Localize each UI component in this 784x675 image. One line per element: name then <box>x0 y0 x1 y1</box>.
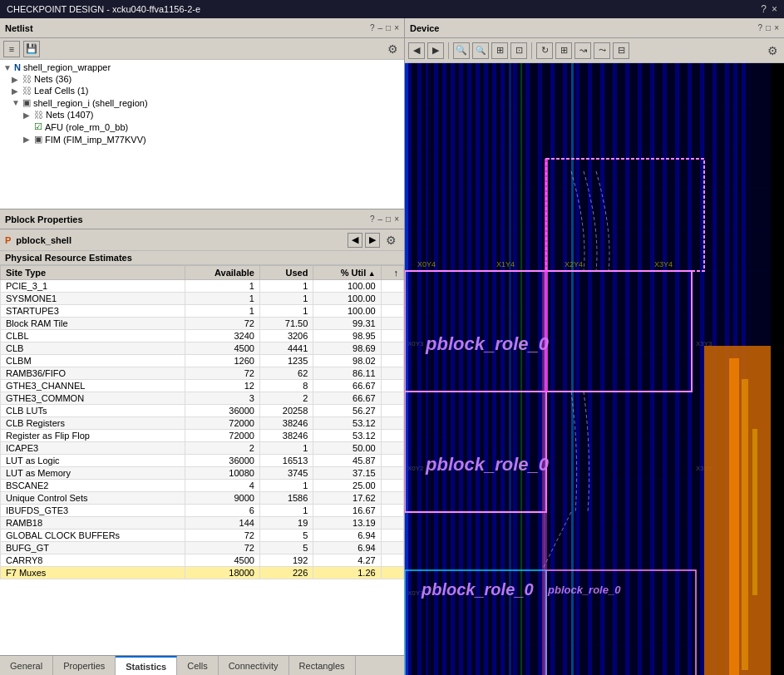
cell-util: 4.27 <box>313 554 381 567</box>
cell-site: ICAPE3 <box>1 442 185 455</box>
table-row[interactable]: LUT as Memory 10080 3745 37.15 <box>1 467 404 480</box>
table-row[interactable]: Unique Control Sets 9000 1586 17.62 <box>1 492 404 505</box>
table-row[interactable]: CLB Registers 72000 38246 53.12 <box>1 417 404 430</box>
pblock-close-btn[interactable]: × <box>394 214 399 224</box>
cell-available: 3 <box>185 392 259 405</box>
col-sort[interactable]: ↑ <box>381 266 403 280</box>
table-row[interactable]: CLB 4500 4441 98.69 <box>1 342 404 355</box>
tab-rectangles[interactable]: Rectangles <box>289 656 356 675</box>
table-row[interactable]: CLB LUTs 36000 20258 56.27 <box>1 405 404 417</box>
pblock-help-btn[interactable]: ? <box>370 214 375 224</box>
table-row[interactable]: IBUFDS_GTE3 6 1 16.67 <box>1 505 404 517</box>
route2-btn[interactable]: ⤳ <box>594 42 610 59</box>
tree-item-shell-region[interactable]: ▼ ▣ shell_region_i (shell_region) <box>0 96 404 109</box>
tree-label-nets-1407: Nets (1407) <box>46 110 93 120</box>
cell-extra <box>381 455 403 467</box>
cell-site: RAMB18 <box>1 517 185 530</box>
col-used[interactable]: Used <box>259 266 313 280</box>
device-max-btn[interactable]: □ <box>766 23 771 32</box>
save-btn[interactable]: 💾 <box>23 41 40 57</box>
tree-item-leaf[interactable]: ▶ ⛓ Leaf Cells (1) <box>0 85 404 96</box>
close-btn[interactable]: × <box>772 3 777 15</box>
tree-item-shell-wrapper[interactable]: ▼ N shell_region_wrapper <box>0 62 404 73</box>
table-row[interactable]: ICAPE3 2 1 50.00 <box>1 442 404 455</box>
col-available[interactable]: Available <box>185 266 259 280</box>
table-row[interactable]: F7 Muxes 18000 226 1.26 <box>1 567 404 579</box>
route-btn[interactable]: ↝ <box>574 42 591 59</box>
table-row[interactable]: PCIE_3_1 1 1 100.00 <box>1 280 404 293</box>
device-help-btn[interactable]: ? <box>758 23 763 32</box>
netlist-min-btn[interactable]: – <box>378 23 383 32</box>
table-row[interactable]: SYSMONE1 1 1 100.00 <box>1 293 404 305</box>
tab-connectivity[interactable]: Connectivity <box>219 656 289 675</box>
tab-properties[interactable]: Properties <box>53 656 116 675</box>
cell-extra <box>381 380 403 392</box>
arrow-right-btn[interactable]: ▶ <box>427 42 444 59</box>
svg-rect-53 <box>663 63 667 675</box>
tree-icon-nets2: ⛓ <box>34 110 43 120</box>
zoom-out-btn[interactable]: 🔍 <box>472 42 489 59</box>
tab-cells[interactable]: Cells <box>177 656 218 675</box>
device-settings-btn[interactable]: ⚙ <box>764 42 781 59</box>
svg-rect-43 <box>538 63 542 675</box>
table-row[interactable]: Block RAM Tile 72 71.50 99.31 <box>1 318 404 330</box>
arrow-left-btn[interactable]: ◀ <box>408 42 425 59</box>
table-row[interactable]: RAMB36/FIFO 72 62 86.11 <box>1 367 404 380</box>
svg-rect-76 <box>729 358 739 675</box>
tree-item-afu[interactable]: ☑ AFU (role_rm_0_bb) <box>0 121 404 133</box>
fit-btn[interactable]: ⊞ <box>491 42 508 59</box>
cell-used: 1235 <box>259 355 313 367</box>
table-row[interactable]: BSCANE2 4 1 25.00 <box>1 480 404 492</box>
zoom-in-btn[interactable]: 🔍 <box>453 42 470 59</box>
refresh-btn[interactable]: ↻ <box>536 42 553 59</box>
select-rect-btn[interactable]: ⊡ <box>510 42 527 59</box>
tree-item-nets[interactable]: ▶ ⛓ Nets (36) <box>0 73 404 85</box>
pblock-settings-btn[interactable]: ⚙ <box>382 232 399 249</box>
cell-util: 99.31 <box>313 318 381 330</box>
cell-util: 98.95 <box>313 330 381 342</box>
tree-arrow: ▶ <box>23 135 32 144</box>
netlist-close-btn[interactable]: × <box>394 23 399 32</box>
cell-site: GTHE3_COMMON <box>1 392 185 405</box>
netlist-tree[interactable]: ▼ N shell_region_wrapper ▶ ⛓ Nets (36) ▶… <box>0 60 404 209</box>
netlist-settings-btn[interactable]: ⚙ <box>384 41 401 57</box>
device-close-btn[interactable]: × <box>774 23 779 32</box>
tree-item-nets-1407[interactable]: ▶ ⛓ Nets (1407) <box>0 109 404 121</box>
netlist-max-btn[interactable]: □ <box>386 23 391 32</box>
tree-item-fim[interactable]: ▶ ▣ FIM (FIM_imp_M77KVV) <box>0 133 404 145</box>
table-row[interactable]: CARRY8 4500 192 4.27 <box>1 554 404 567</box>
col-site-type[interactable]: Site Type <box>1 266 185 280</box>
table-row[interactable]: CLBL 3240 3206 98.95 <box>1 330 404 342</box>
table-row[interactable]: Register as Flip Flop 72000 38246 53.12 <box>1 430 404 442</box>
pblock-min-btn[interactable]: – <box>378 214 383 224</box>
cell-site: Unique Control Sets <box>1 492 185 505</box>
toolbar-sep-2 <box>531 42 532 59</box>
table-row[interactable]: GTHE3_CHANNEL 12 8 66.67 <box>1 380 404 392</box>
collapse-all-btn[interactable]: ≡ <box>3 41 20 57</box>
table-row[interactable]: STARTUPE3 1 1 100.00 <box>1 305 404 318</box>
tab-general[interactable]: General <box>0 656 53 675</box>
table-row[interactable]: BUFG_GT 72 5 6.94 <box>1 542 404 554</box>
pblock-max-btn[interactable]: □ <box>386 214 391 224</box>
title-bar-controls: ? × <box>761 3 777 15</box>
tree-icon-check: ☑ <box>34 121 42 132</box>
pblock-prev-btn[interactable]: ◀ <box>348 233 362 248</box>
help-btn[interactable]: ? <box>761 3 767 15</box>
pblock-next-btn[interactable]: ▶ <box>365 233 380 248</box>
table-row[interactable]: LUT as Logic 36000 16513 45.87 <box>1 455 404 467</box>
cell-used: 8 <box>259 380 313 392</box>
cell-extra <box>381 417 403 430</box>
cell-site: PCIE_3_1 <box>1 280 185 293</box>
resource-table[interactable]: Site Type Available Used % Util ↑ PCIE_3… <box>0 265 404 655</box>
col-util[interactable]: % Util <box>313 266 381 280</box>
tab-statistics[interactable]: Statistics <box>116 656 177 675</box>
table-row[interactable]: CLBM 1260 1235 98.02 <box>1 355 404 367</box>
svg-rect-56 <box>700 63 704 675</box>
table-row[interactable]: GTHE3_COMMON 3 2 66.67 <box>1 392 404 405</box>
table-row[interactable]: GLOBAL CLOCK BUFFERs 72 5 6.94 <box>1 530 404 542</box>
table-row[interactable]: RAMB18 144 19 13.19 <box>1 517 404 530</box>
grid-btn[interactable]: ⊞ <box>555 42 572 59</box>
netlist-help-btn[interactable]: ? <box>370 23 375 32</box>
device-canvas[interactable]: X0Y4 X1Y4 X2Y4 X3Y4 X0Y3 X0Y2 X0Y1 X0Y0 … <box>405 63 784 675</box>
snap-btn[interactable]: ⊟ <box>613 42 629 59</box>
